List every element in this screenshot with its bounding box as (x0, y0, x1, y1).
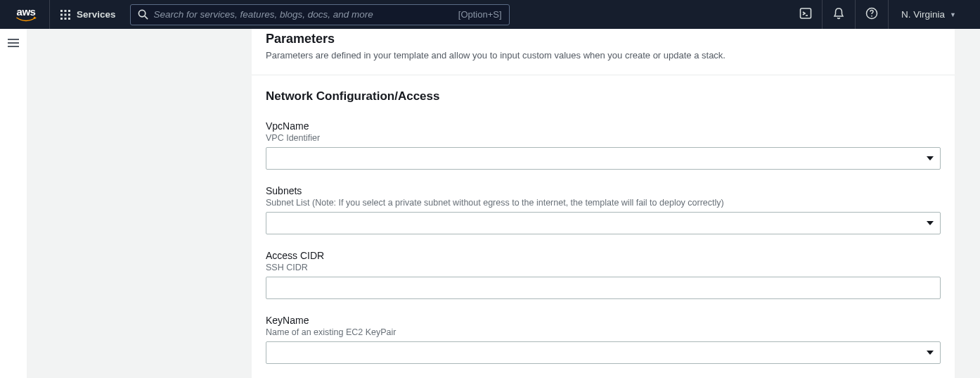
cloudshell-button[interactable] (789, 0, 822, 29)
hamburger-icon (8, 39, 19, 47)
access-cidr-input[interactable] (266, 277, 941, 299)
caret-down-icon: ▼ (950, 11, 956, 18)
region-label: N. Virginia (901, 9, 945, 20)
subnets-select[interactable] (266, 212, 941, 234)
parameters-description: Parameters are defined in your template … (266, 49, 941, 62)
svg-point-9 (138, 10, 145, 16)
search-box[interactable]: [Option+S] (130, 4, 510, 25)
bell-icon (832, 7, 845, 23)
subnets-desc: Subnet List (Note: If you select a priva… (266, 198, 941, 208)
search-hint: [Option+S] (458, 9, 502, 20)
svg-rect-1 (65, 10, 67, 12)
network-config-section: Network Configuration/Access VpcName VPC… (252, 75, 955, 364)
services-label: Services (77, 9, 116, 20)
svg-rect-2 (68, 10, 70, 12)
subnets-field: Subnets Subnet List (Note: If you select… (266, 185, 941, 234)
main-canvas: Parameters Parameters are defined in you… (27, 29, 980, 378)
key-name-label: KeyName (266, 315, 941, 326)
svg-rect-8 (68, 18, 70, 20)
aws-smile-icon (15, 16, 37, 23)
top-nav: aws Services (0, 0, 980, 29)
subnets-label: Subnets (266, 185, 941, 196)
search-wrap: [Option+S] (130, 4, 510, 25)
key-name-field: KeyName Name of an existing EC2 KeyPair (266, 315, 941, 364)
vpc-name-desc: VPC Identifier (266, 133, 941, 143)
services-button[interactable]: Services (50, 0, 126, 29)
svg-line-10 (144, 16, 147, 19)
svg-rect-5 (68, 13, 70, 15)
svg-rect-0 (60, 10, 63, 12)
access-cidr-desc: SSH CIDR (266, 263, 941, 272)
vpc-name-select[interactable] (266, 147, 941, 170)
region-selector[interactable]: N. Virginia ▼ (888, 0, 969, 29)
help-icon (865, 7, 878, 23)
search-input[interactable] (154, 9, 458, 20)
sidebar-toggle[interactable] (0, 29, 27, 378)
vpc-name-label: VpcName (266, 120, 941, 132)
svg-rect-3 (60, 13, 63, 15)
section-title: Network Configuration/Access (266, 89, 941, 103)
cloudshell-icon (799, 7, 812, 23)
key-name-desc: Name of an existing EC2 KeyPair (266, 327, 941, 337)
grid-icon (60, 9, 71, 20)
svg-rect-7 (65, 18, 67, 20)
parameters-header: Parameters Parameters are defined in you… (252, 29, 955, 75)
aws-logo-text: aws (17, 6, 36, 17)
nav-right: N. Virginia ▼ (789, 0, 969, 29)
notifications-button[interactable] (822, 0, 855, 29)
help-button[interactable] (855, 0, 888, 29)
vpc-name-field: VpcName VPC Identifier (266, 120, 941, 170)
parameters-title: Parameters (266, 32, 941, 46)
parameters-card: Parameters Parameters are defined in you… (252, 29, 955, 378)
access-cidr-field: Access CIDR SSH CIDR (266, 250, 941, 299)
svg-point-14 (871, 15, 872, 16)
svg-rect-4 (65, 13, 67, 15)
access-cidr-label: Access CIDR (266, 250, 941, 261)
svg-rect-6 (60, 18, 63, 20)
aws-logo[interactable]: aws (0, 0, 50, 29)
search-icon (138, 9, 148, 20)
key-name-select[interactable] (266, 341, 941, 364)
